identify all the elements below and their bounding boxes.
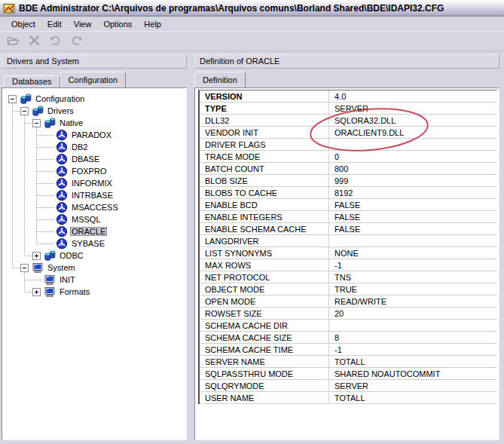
grid-row-value[interactable]: FALSE [329,201,497,210]
tree-item-native[interactable]: Native [2,117,186,129]
tree-expand-slot [32,274,43,286]
grid-row: DLL32SQLORA32.DLL [200,115,497,127]
tab-databases[interactable]: Databases [4,75,60,87]
tree-item-foxpro[interactable]: FOXPRO [2,165,186,177]
window-title: BDE Administrator C:\Arquivos de program… [19,3,444,14]
tree-expand-slot [44,237,55,250]
tree-expand-slot [32,286,43,298]
collapse-minus-icon[interactable] [8,95,17,103]
tree-item-dbase[interactable]: DBASE [2,153,186,165]
tree-item-label[interactable]: Formats [58,287,91,296]
right-tab-bar: Definition [194,72,499,87]
tree-item-sybase[interactable]: SYBASE [2,237,186,250]
tab-configuration[interactable]: Configuration [60,72,126,87]
grid-row-value[interactable]: NONE [329,249,497,258]
tree-item-odbc[interactable]: ODBC [2,250,186,262]
tree-item-label[interactable]: Native [58,118,84,127]
collapse-minus-icon[interactable] [20,107,29,115]
tree-item-label[interactable]: INIT [58,275,77,284]
tree-item-label[interactable]: DBASE [70,155,101,164]
tree-item-label[interactable]: INFORMIX [70,179,114,188]
grid-row-value[interactable]: 4.0 [329,92,497,101]
open-button[interactable] [4,33,22,50]
menu-item-options[interactable]: Options [97,18,138,30]
tree-item-label[interactable]: Configuration [34,94,86,103]
databases-icon [20,93,32,105]
expand-plus-icon[interactable] [32,252,41,260]
grid-row-value[interactable]: 0 [329,152,497,161]
tree-item-label[interactable]: MSACCESS [70,203,120,212]
tree-item-informix[interactable]: INFORMIX [2,177,186,189]
grid-row-value[interactable]: 8 [329,333,497,342]
redo-button[interactable] [67,33,85,50]
tree-item-label[interactable]: INTRBASE [70,191,115,200]
grid-row-value[interactable]: TNS [329,273,497,282]
undo-button[interactable] [46,33,64,50]
grid-row-value[interactable]: 8192 [329,188,497,198]
tree-item-label[interactable]: Drivers [46,106,75,115]
tree-item-label[interactable]: SYBASE [70,239,106,248]
tree-item-label[interactable]: ORACLE [70,227,107,236]
tree-item-system[interactable]: System [2,262,186,274]
grid-row: LIST SYNONYMSNONE [200,247,497,259]
tree-item-label[interactable]: PARADOX [70,130,113,139]
grid-row-value[interactable]: TRUE [329,285,497,294]
tree-item-label[interactable]: ODBC [58,251,85,260]
tree-item-drivers[interactable]: Drivers [2,105,186,117]
left-panel-header: Drivers and System [2,54,187,69]
tree-item-intrbase[interactable]: INTRBASE [2,189,186,201]
grid-row-label: LANGDRIVER [200,235,329,246]
menu-item-help[interactable]: Help [138,18,167,30]
tree-item-label[interactable]: MSSQL [70,215,102,224]
grid-row-value[interactable]: SQLORA32.DLL [329,116,497,125]
collapse-minus-icon[interactable] [32,119,41,127]
delete-button[interactable] [25,33,43,50]
title-bar[interactable]: BDE Administrator C:\Arquivos de program… [0,0,504,17]
tree-item-paradox[interactable]: PARADOX [2,129,186,141]
tree-expand-slot [20,262,31,274]
grid-row-value[interactable]: ORACLIENT9.DLL [329,128,497,137]
tree-expand-slot [44,177,55,189]
grid-row-value[interactable]: READ/WRITE [329,297,497,306]
grid-row-value[interactable]: -1 [329,261,497,270]
grid-row-value[interactable]: 20 [329,309,497,318]
expand-plus-icon[interactable] [32,288,41,296]
grid-row-value[interactable]: SERVER [329,381,497,390]
tree-expand-slot [44,153,55,165]
tree-item-oracle[interactable]: ORACLE [2,225,186,237]
grid-row-label: SQLPASSTHRU MODE [200,368,329,379]
grid-row-label: VENDOR INIT [200,127,329,138]
grid-row-value[interactable]: 800 [329,164,497,173]
grid-row-value[interactable]: TOTALL [329,357,497,366]
tree-item-mssql[interactable]: MSSQL [2,213,186,225]
tree-item-configuration[interactable]: Configuration [2,93,186,105]
grid-row-value[interactable]: -1 [329,345,497,354]
grid-row-value[interactable]: 999 [329,176,497,185]
grid-row-value[interactable]: SERVER [329,104,497,113]
tree-item-label[interactable]: DB2 [70,142,89,152]
grid-row-value[interactable]: FALSE [329,213,497,222]
right-panel-header: Definition of ORACLE [194,54,499,69]
tab-definition[interactable]: Definition [194,72,246,87]
computer-icon [44,286,56,298]
grid-row: ENABLE INTEGERSFALSE [200,211,497,223]
grid-row-label: SERVER NAME [200,356,329,367]
tree-item-db2[interactable]: DB2 [2,141,186,153]
tree-item-formats[interactable]: Formats [2,286,186,298]
computer-icon [44,274,56,286]
menu-item-view[interactable]: View [68,18,98,30]
tree-item-init[interactable]: INIT [2,274,186,286]
collapse-minus-icon[interactable] [20,264,29,272]
grid-row-label: DRIVER FLAGS [200,139,329,150]
tree-item-label[interactable]: System [46,263,77,272]
grid-row-value[interactable]: FALSE [329,225,497,234]
tree-item-label[interactable]: FOXPRO [70,167,108,176]
menu-item-object[interactable]: Object [5,18,41,30]
panel-splitter[interactable] [187,87,194,440]
grid-row-value[interactable]: SHARED NOAUTOCOMMIT [329,369,497,378]
tree-panel: ConfigurationDriversNativePARADOXDB2DBAS… [2,87,187,440]
tree-item-msaccess[interactable]: MSACCESS [2,201,186,213]
menu-item-edit[interactable]: Edit [41,18,68,30]
grid-row-value[interactable]: TOTALL [329,393,497,403]
tree-expand-slot [32,117,43,129]
